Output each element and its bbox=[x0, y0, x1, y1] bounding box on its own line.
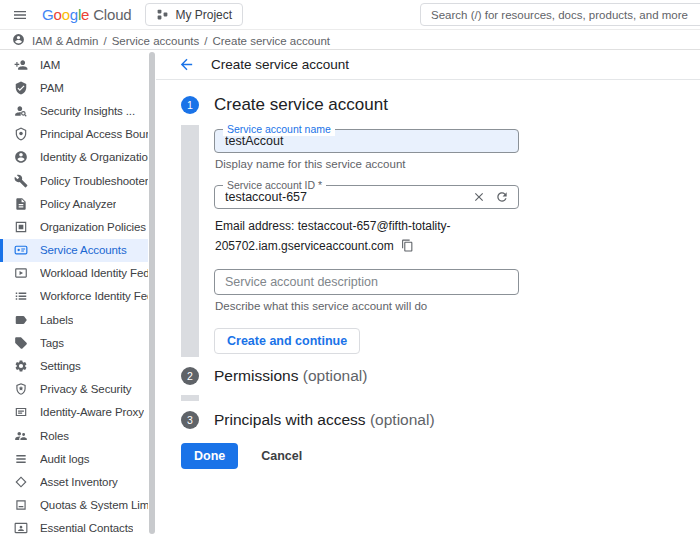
proxy-icon bbox=[14, 405, 28, 419]
page-title: Create service account bbox=[211, 57, 349, 72]
name-field-label: Service account name bbox=[223, 124, 335, 136]
google-wordmark: Google bbox=[42, 6, 89, 23]
gcp-console-window: Google Cloud My Project IAM & Admin/Serv… bbox=[0, 0, 700, 534]
cancel-button[interactable]: Cancel bbox=[248, 443, 315, 469]
sidebar-item-labels[interactable]: Labels bbox=[0, 308, 148, 331]
sidebar-item-essential-contacts[interactable]: Essential Contacts bbox=[0, 517, 148, 534]
step-3-circle: 3 bbox=[181, 411, 199, 429]
sidebar-item-policy-analyzer[interactable]: Policy Analyzer bbox=[0, 192, 148, 215]
breadcrumb-item-create-service-account: Create service account bbox=[212, 35, 330, 47]
sidebar-item-label: Policy Troubleshooter bbox=[40, 175, 148, 187]
sidebar-item-label: Roles bbox=[40, 430, 69, 442]
sidebar-item-label: Asset Inventory bbox=[40, 476, 118, 488]
breadcrumb-separator: / bbox=[204, 35, 207, 47]
sidebar-item-label: IAM bbox=[40, 59, 60, 71]
sidebar-scrollbar-thumb[interactable] bbox=[149, 52, 155, 534]
sidebar-item-label: Settings bbox=[40, 360, 81, 372]
breadcrumb-item-service-accounts[interactable]: Service accounts bbox=[112, 35, 200, 47]
sidebar-item-label: Labels bbox=[40, 314, 73, 326]
service-account-icon bbox=[14, 243, 28, 257]
sidebar-item-label: Tags bbox=[40, 337, 64, 349]
iam-admin-sidebar: IAMPAMSecurity Insights ...Principal Acc… bbox=[0, 50, 148, 534]
diamond-icon bbox=[14, 475, 28, 489]
clear-icon[interactable] bbox=[472, 190, 486, 204]
sidebar-item-principal-access-boun[interactable]: Principal Access Boun... bbox=[0, 123, 148, 146]
privacy-shield-icon bbox=[14, 382, 28, 396]
sidebar-item-quotas-system-limits[interactable]: Quotas & System Limits bbox=[0, 494, 148, 517]
sidebar-item-tags[interactable]: Tags bbox=[0, 331, 148, 354]
project-icon bbox=[156, 8, 169, 21]
sidebar-item-identity-aware-proxy[interactable]: Identity-Aware Proxy bbox=[0, 401, 148, 424]
label-icon bbox=[14, 313, 28, 327]
sidebar-item-label: Identity-Aware Proxy bbox=[40, 406, 144, 418]
hamburger-icon[interactable] bbox=[8, 3, 32, 27]
service-account-form: Service account name Display name for th… bbox=[214, 122, 519, 360]
shield-check-icon bbox=[14, 81, 28, 95]
service-account-description-field bbox=[214, 269, 519, 295]
sidebar-item-workload-identity-fede[interactable]: Workload Identity Fede... bbox=[0, 262, 148, 285]
org-policy-icon bbox=[14, 220, 28, 234]
service-account-id-field: Service account ID * bbox=[214, 185, 519, 209]
sidebar-item-settings[interactable]: Settings bbox=[0, 354, 148, 377]
step-3-optional-label: (optional) bbox=[370, 411, 435, 428]
sidebar-item-pam[interactable]: PAM bbox=[0, 76, 148, 99]
refresh-icon[interactable] bbox=[495, 190, 509, 204]
person-circle-icon bbox=[14, 150, 28, 164]
copy-icon[interactable] bbox=[401, 239, 414, 252]
sidebar-item-label: Workforce Identity Fed... bbox=[40, 290, 148, 302]
sidebar-item-audit-logs[interactable]: Audit logs bbox=[0, 447, 148, 470]
google-cloud-logo[interactable]: Google Cloud bbox=[42, 6, 131, 23]
step-1-title: Create service account bbox=[214, 95, 700, 115]
breadcrumb-item-iam-admin[interactable]: IAM & Admin bbox=[32, 35, 98, 47]
sidebar-item-privacy-security[interactable]: Privacy & Security bbox=[0, 378, 148, 401]
search-input[interactable] bbox=[420, 3, 700, 26]
service-account-description-input[interactable] bbox=[215, 270, 518, 294]
logo-letter: e bbox=[81, 6, 89, 23]
sidebar-item-label: Principal Access Boun... bbox=[40, 128, 148, 140]
step-2-title: Permissions (optional) bbox=[214, 367, 700, 385]
sidebar-item-security-insights[interactable]: Security Insights ... bbox=[0, 99, 148, 122]
step-connector-line bbox=[181, 392, 199, 404]
sidebar-item-organization-policies[interactable]: Organization Policies bbox=[0, 215, 148, 238]
sidebar-item-label: Workload Identity Fede... bbox=[40, 267, 148, 279]
done-button[interactable]: Done bbox=[181, 443, 238, 469]
person-search-icon bbox=[14, 104, 28, 118]
step-2-circle: 2 bbox=[181, 367, 199, 385]
top-app-bar: Google Cloud My Project bbox=[0, 0, 700, 30]
sidebar-item-identity-organization[interactable]: Identity & Organization bbox=[0, 146, 148, 169]
sidebar-item-service-accounts[interactable]: Service Accounts bbox=[0, 239, 148, 262]
quota-icon bbox=[14, 498, 28, 512]
sidebar-item-label: Service Accounts bbox=[40, 244, 127, 256]
sidebar-item-iam[interactable]: IAM bbox=[0, 53, 148, 76]
project-name: My Project bbox=[175, 8, 232, 22]
iam-shield-icon bbox=[12, 33, 25, 46]
email-address-line2: 205702.iam.gserviceaccount.com bbox=[215, 236, 519, 256]
document-icon bbox=[14, 197, 28, 211]
back-arrow-icon[interactable] bbox=[178, 56, 195, 73]
sidebar-item-label: Privacy & Security bbox=[40, 383, 132, 395]
workload-identity-icon bbox=[14, 266, 28, 280]
step-1-circle: 1 bbox=[181, 96, 199, 114]
project-selector-button[interactable]: My Project bbox=[145, 3, 243, 26]
breadcrumb-separator: / bbox=[103, 35, 106, 47]
breadcrumb-items: IAM & Admin/Service accounts/Create serv… bbox=[32, 31, 330, 49]
step-connector-line bbox=[181, 122, 199, 360]
tag-icon bbox=[14, 336, 28, 350]
sidebar-item-asset-inventory[interactable]: Asset Inventory bbox=[0, 470, 148, 493]
step-3-title: Principals with access (optional) bbox=[214, 411, 700, 429]
person-add-icon bbox=[14, 58, 28, 72]
contacts-icon bbox=[14, 521, 28, 534]
audit-logs-icon bbox=[14, 452, 28, 466]
main-panel: Create service account 1 Create service … bbox=[156, 50, 700, 534]
email-address-block: Email address: testaccout-657@fifth-tota… bbox=[215, 216, 519, 256]
sidebar-item-label: PAM bbox=[40, 82, 64, 94]
page-header: Create service account bbox=[156, 50, 700, 80]
gear-icon bbox=[14, 359, 28, 373]
create-and-continue-button[interactable]: Create and continue bbox=[214, 328, 360, 354]
sidebar-item-workforce-identity-fed[interactable]: Workforce Identity Fed... bbox=[0, 285, 148, 308]
description-field-helper: Describe what this service account will … bbox=[215, 300, 519, 312]
logo-letter: G bbox=[42, 6, 53, 23]
sidebar-item-label: Security Insights ... bbox=[40, 105, 135, 117]
sidebar-item-roles[interactable]: Roles bbox=[0, 424, 148, 447]
sidebar-item-policy-troubleshooter[interactable]: Policy Troubleshooter bbox=[0, 169, 148, 192]
